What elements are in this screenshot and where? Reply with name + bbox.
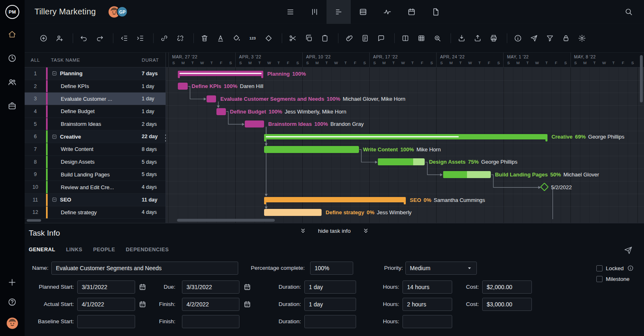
- add-task-icon[interactable]: [39, 33, 48, 43]
- indent-icon[interactable]: [135, 33, 145, 43]
- hide-task-info-toggle[interactable]: hide task info: [299, 227, 369, 234]
- actual-start-calendar-icon[interactable]: [138, 300, 147, 309]
- actual-cost-input[interactable]: [482, 298, 532, 311]
- table-grid-icon[interactable]: [416, 33, 426, 43]
- member-avatars[interactable]: GP: [108, 6, 128, 18]
- task-duration-cell[interactable]: 1 day: [142, 83, 166, 89]
- percent-complete-input[interactable]: [310, 262, 353, 275]
- add-icon[interactable]: [7, 278, 17, 287]
- actual-finish-input[interactable]: [182, 298, 239, 311]
- portfolio-icon[interactable]: [7, 101, 17, 111]
- baseline-duration-input[interactable]: [304, 315, 356, 328]
- table-row[interactable]: 2Define KPIs1 day: [25, 80, 166, 93]
- table-row[interactable]: 5Brainstorm Ideas2 days: [25, 118, 166, 131]
- gantt-task-bar[interactable]: [245, 120, 264, 127]
- view-calendar-tab[interactable]: [399, 0, 423, 24]
- tab-general[interactable]: GENERAL: [29, 247, 55, 253]
- task-duration-cell[interactable]: 8 days: [142, 146, 166, 152]
- gantt-task-bar[interactable]: [216, 108, 226, 115]
- planned-cost-input[interactable]: [482, 280, 532, 294]
- assign-people-icon[interactable]: [55, 33, 64, 43]
- task-name-cell[interactable]: SEO: [48, 197, 142, 203]
- task-name-cell[interactable]: Define Budget: [48, 108, 142, 114]
- import-icon[interactable]: [457, 33, 467, 43]
- gantt-task-bar[interactable]: [443, 171, 491, 178]
- task-duration-cell[interactable]: 22 day: [142, 134, 166, 139]
- gantt-task-bar[interactable]: [178, 83, 187, 90]
- task-duration-cell[interactable]: 4 days: [142, 209, 166, 215]
- view-doc-tab[interactable]: [423, 0, 448, 24]
- help-icon[interactable]: [7, 297, 17, 307]
- planned-hours-input[interactable]: [402, 280, 452, 294]
- view-sheet-tab[interactable]: [351, 0, 375, 24]
- task-duration-cell[interactable]: 4 days: [142, 184, 166, 190]
- task-name-cell[interactable]: Evaluate Customer ...: [48, 96, 142, 102]
- fill-color-icon[interactable]: [232, 33, 242, 43]
- table-row[interactable]: 7Write Content8 days: [25, 143, 166, 156]
- link-tasks-icon[interactable]: [159, 33, 169, 43]
- table-row[interactable]: 10Review and Edit Cre...4 days: [25, 181, 166, 194]
- milestone-icon[interactable]: [264, 33, 274, 43]
- task-name-cell[interactable]: Creative: [48, 134, 142, 140]
- due-date-input[interactable]: [182, 280, 239, 294]
- planned-start-input[interactable]: [77, 280, 135, 294]
- column-header-task-name[interactable]: TASK NAME: [46, 58, 142, 63]
- column-header-duration[interactable]: DURAT: [142, 58, 166, 63]
- table-row[interactable]: 9Build Landing Pages5 days: [25, 169, 166, 181]
- task-name-cell[interactable]: Review and Edit Cre...: [48, 184, 142, 190]
- delete-icon[interactable]: [200, 33, 209, 43]
- view-gantt-tab[interactable]: [327, 0, 351, 24]
- cut-icon[interactable]: [288, 33, 298, 43]
- gantt-task-bar[interactable]: [378, 158, 425, 165]
- gantt-task-bar[interactable]: [264, 209, 322, 216]
- unlink-tasks-icon[interactable]: [175, 33, 185, 43]
- tab-people[interactable]: PEOPLE: [93, 247, 115, 253]
- lock-icon[interactable]: [561, 33, 571, 43]
- gantt-summary-bar[interactable]: [264, 134, 547, 139]
- actual-duration-input[interactable]: [304, 298, 356, 311]
- table-row[interactable]: 6Creative22 day: [25, 130, 166, 143]
- table-row[interactable]: 11SEO11 day: [25, 194, 166, 206]
- task-name-cell[interactable]: Define KPIs: [48, 83, 142, 89]
- split-view-icon[interactable]: [400, 33, 410, 43]
- send-icon[interactable]: [623, 246, 633, 255]
- share-icon[interactable]: [529, 33, 539, 43]
- collapse-group-icon[interactable]: [52, 134, 57, 139]
- collapse-group-icon[interactable]: [52, 71, 57, 76]
- notes-icon[interactable]: [360, 33, 370, 43]
- export-icon[interactable]: [473, 33, 483, 43]
- outdent-icon[interactable]: [119, 33, 129, 43]
- numbers-icon[interactable]: 123: [248, 33, 258, 43]
- planned-start-calendar-icon[interactable]: [138, 283, 147, 292]
- task-duration-cell[interactable]: 11 day: [142, 197, 166, 203]
- baseline-finish-input[interactable]: [182, 315, 239, 328]
- search-icon[interactable]: [624, 6, 637, 18]
- planned-duration-input[interactable]: [304, 280, 356, 294]
- view-activity-tab[interactable]: [375, 0, 399, 24]
- recent-icon[interactable]: [7, 53, 17, 63]
- gantt-task-bar[interactable]: [207, 95, 216, 102]
- task-duration-cell[interactable]: 5 days: [142, 159, 166, 165]
- task-name-cell[interactable]: Planning: [48, 70, 142, 76]
- copy-icon[interactable]: [304, 33, 314, 43]
- attach-link-icon[interactable]: [344, 33, 354, 43]
- undo-icon[interactable]: [79, 33, 89, 43]
- task-name-cell[interactable]: Design Assets: [48, 159, 142, 165]
- table-row[interactable]: 1Planning7 days: [25, 67, 166, 80]
- table-row[interactable]: 3Evaluate Customer ...1 day: [25, 93, 166, 105]
- member-avatar-initials[interactable]: GP: [117, 6, 128, 17]
- collapse-group-icon[interactable]: [52, 197, 57, 202]
- team-icon[interactable]: [7, 77, 17, 87]
- table-horizontal-scrollbar[interactable]: [27, 219, 41, 222]
- print-icon[interactable]: [489, 33, 499, 43]
- gantt-horizontal-scrollbar[interactable]: [177, 219, 275, 222]
- gantt-vertical-scrollbar[interactable]: [640, 55, 643, 102]
- actual-start-input[interactable]: [77, 298, 135, 311]
- settings-icon[interactable]: [577, 33, 587, 43]
- task-name-cell[interactable]: Write Content: [48, 146, 142, 152]
- task-duration-cell[interactable]: 2 days: [142, 121, 166, 127]
- filter-icon[interactable]: [545, 33, 555, 43]
- table-row[interactable]: 4Define Budget1 day: [25, 105, 166, 118]
- view-board-tab[interactable]: [302, 0, 327, 24]
- tab-links[interactable]: LINKS: [66, 247, 83, 253]
